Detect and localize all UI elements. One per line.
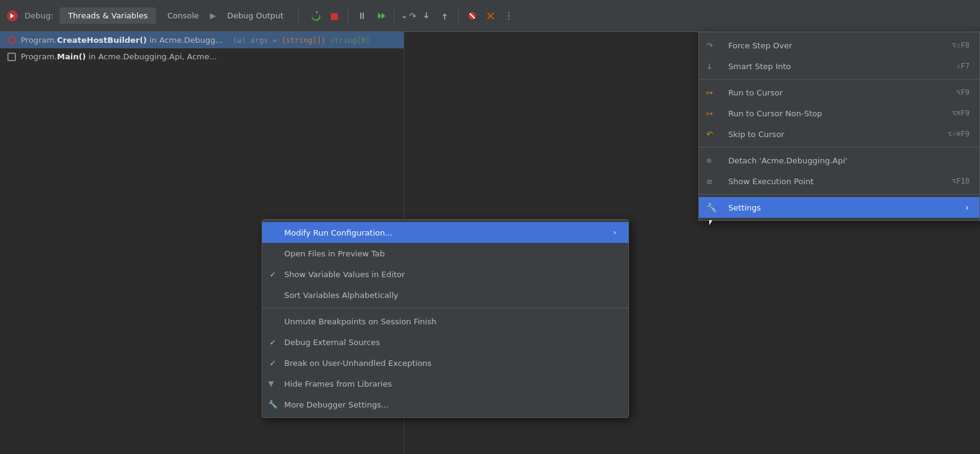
break-unhandled-label: Break on User-Unhandled Exceptions xyxy=(284,359,432,368)
thread-args-var: (ω) args = {string[]} string[0] xyxy=(233,36,370,45)
menu-separator-1 xyxy=(262,308,628,308)
skip-to-cursor-icon: ↶ xyxy=(706,130,713,139)
detach-icon: ⊗ xyxy=(706,157,712,165)
open-files-preview-label: Open Files in Preview Tab xyxy=(284,249,385,258)
run-to-cursor-label: Run to Cursor xyxy=(728,88,783,97)
rmenu-separator-2 xyxy=(699,147,979,147)
modify-run-config-arrow: › xyxy=(613,228,616,237)
toolbar-separator-3 xyxy=(394,9,394,23)
rmenu-separator-1 xyxy=(699,79,979,80)
menu-item-show-variable-values[interactable]: ✓ Show Variable Values in Editor xyxy=(262,264,628,285)
filter-icon: ▼ xyxy=(268,379,274,388)
pause-button[interactable]: ⏸ xyxy=(353,7,371,24)
show-execution-point-icon: ≡ xyxy=(706,177,713,186)
rmenu-item-settings[interactable]: 🔧 Settings › xyxy=(699,197,979,218)
force-step-over-icon: ↷ xyxy=(706,41,713,50)
run-to-cursor-icon: ↦ xyxy=(706,88,713,97)
detach-label: Detach 'Acme.Debugging.Api' xyxy=(728,156,847,165)
show-variable-values-label: Show Variable Values in Editor xyxy=(284,270,405,279)
run-to-cursor-shortcut: ⌥F9 xyxy=(956,88,970,97)
debug-output-icon: ▶ xyxy=(210,11,216,20)
menu-item-break-unhandled[interactable]: ✓ Break on User-Unhandled Exceptions xyxy=(262,352,628,373)
force-step-over-shortcut: ⌥⇧F8 xyxy=(952,41,970,50)
tab-debug-output-container: ▶ Debug Output xyxy=(210,7,292,24)
thread-main-text: Program.Main() in Acme.Debugging.Api, Ac… xyxy=(21,52,217,61)
unmute-breakpoints-label: Unmute Breakpoints on Session Finish xyxy=(284,317,436,326)
rmenu-item-force-step-over[interactable]: ↷ Force Step Over ⌥⇧F8 xyxy=(699,35,979,56)
menu-item-more-debugger[interactable]: 🔧 More Debugger Settings... xyxy=(262,394,628,415)
debug-logo-icon xyxy=(5,9,20,23)
settings-arrow: › xyxy=(965,203,970,212)
stop-button[interactable]: ■ xyxy=(326,7,343,24)
rmenu-item-run-to-cursor-nonstop[interactable]: ↦ Run to Cursor Non-Stop ⌥⌘F9 xyxy=(699,103,979,124)
mute-breakpoints-button[interactable] xyxy=(464,7,481,24)
smart-step-into-label: Smart Step Into xyxy=(728,62,791,71)
thread-active-icon xyxy=(7,36,16,45)
menu-item-debug-external[interactable]: ✓ Debug External Sources xyxy=(262,332,628,352)
settings-submenu: Modify Run Configuration... › Open Files… xyxy=(262,219,629,418)
toolbar-separator-2 xyxy=(348,9,349,23)
menu-item-modify-run-config[interactable]: Modify Run Configuration... › xyxy=(262,222,628,243)
menu-item-sort-variables[interactable]: Sort Variables Alphabetically xyxy=(262,285,628,305)
thread-row-create-host[interactable]: Program.CreateHostBuilder() in Acme.Debu… xyxy=(0,32,404,48)
show-execution-point-label: Show Execution Point xyxy=(728,177,813,186)
rmenu-item-show-execution-point[interactable]: ≡ Show Execution Point ⌥F10 xyxy=(699,171,979,192)
more-button[interactable]: ⋮ xyxy=(500,7,518,24)
toolbar-separator-1 xyxy=(298,9,299,23)
rmenu-item-detach[interactable]: ⊗ Detach 'Acme.Debugging.Api' xyxy=(699,150,979,171)
menu-item-hide-frames[interactable]: ▼ Hide Frames from Libraries xyxy=(262,373,628,394)
run-to-cursor-nonstop-icon: ↦ xyxy=(706,109,713,118)
rmenu-separator-3 xyxy=(699,194,979,195)
settings-label: Settings xyxy=(728,203,761,212)
skip-to-cursor-label: Skip to Cursor xyxy=(728,130,785,139)
thread-row-main[interactable]: Program.Main() in Acme.Debugging.Api, Ac… xyxy=(0,48,404,65)
skip-to-cursor-shortcut: ⌥⇧⌘F9 xyxy=(948,130,970,138)
rmenu-item-skip-to-cursor[interactable]: ↶ Skip to Cursor ⌥⇧⌘F9 xyxy=(699,124,979,144)
debug-external-label: Debug External Sources xyxy=(284,338,380,347)
more-debugger-label: More Debugger Settings... xyxy=(284,400,389,409)
sort-variables-label: Sort Variables Alphabetically xyxy=(284,291,398,300)
show-variable-values-check: ✓ xyxy=(270,270,276,279)
menu-item-open-files-preview[interactable]: Open Files in Preview Tab xyxy=(262,243,628,264)
wrench-icon-left: 🔧 xyxy=(268,400,277,409)
show-execution-point-shortcut: ⌥F10 xyxy=(952,177,970,185)
toolbar: Debug: Threads & Variables Console ▶ Deb… xyxy=(0,0,980,32)
debug-external-check: ✓ xyxy=(270,338,276,347)
toolbar-action-icons: ■ ⏸ ↷ xyxy=(307,7,518,24)
resume-button[interactable] xyxy=(372,7,389,24)
rmenu-item-smart-step-into[interactable]: ↓ Smart Step Into ⇧F7 xyxy=(699,56,979,76)
step-into-button[interactable] xyxy=(418,7,435,24)
tab-threads-variables[interactable]: Threads & Variables xyxy=(59,7,156,24)
tab-console[interactable]: Console xyxy=(159,7,208,24)
debug-label: Debug: xyxy=(24,11,53,20)
run-to-cursor-nonstop-label: Run to Cursor Non-Stop xyxy=(728,109,822,118)
thread-create-host-text: Program.CreateHostBuilder() in Acme.Debu… xyxy=(21,35,223,45)
rmenu-item-run-to-cursor[interactable]: ↦ Run to Cursor ⌥F9 xyxy=(699,82,979,103)
force-step-over-label: Force Step Over xyxy=(728,41,792,50)
run-to-cursor-nonstop-shortcut: ⌥⌘F9 xyxy=(952,109,970,117)
thread-square-icon xyxy=(7,53,16,61)
modify-run-config-label: Modify Run Configuration... xyxy=(284,228,393,237)
hide-frames-label: Hide Frames from Libraries xyxy=(284,379,392,389)
toolbar-separator-4 xyxy=(458,9,459,23)
step-out-button[interactable] xyxy=(436,7,453,24)
step-over-button[interactable]: ↷ xyxy=(399,7,417,24)
menu-item-unmute-breakpoints[interactable]: Unmute Breakpoints on Session Finish xyxy=(262,311,628,332)
smart-step-into-icon: ↓ xyxy=(706,62,713,71)
debug-context-menu: ↷ Force Step Over ⌥⇧F8 ↓ Smart Step Into… xyxy=(698,32,980,221)
cancel-button[interactable] xyxy=(482,7,499,24)
break-unhandled-check: ✓ xyxy=(270,359,276,368)
tab-debug-output[interactable]: Debug Output xyxy=(219,7,292,24)
rerun-button[interactable] xyxy=(307,7,325,24)
smart-step-into-shortcut: ⇧F7 xyxy=(956,62,970,70)
settings-wrench-icon: 🔧 xyxy=(706,203,717,212)
